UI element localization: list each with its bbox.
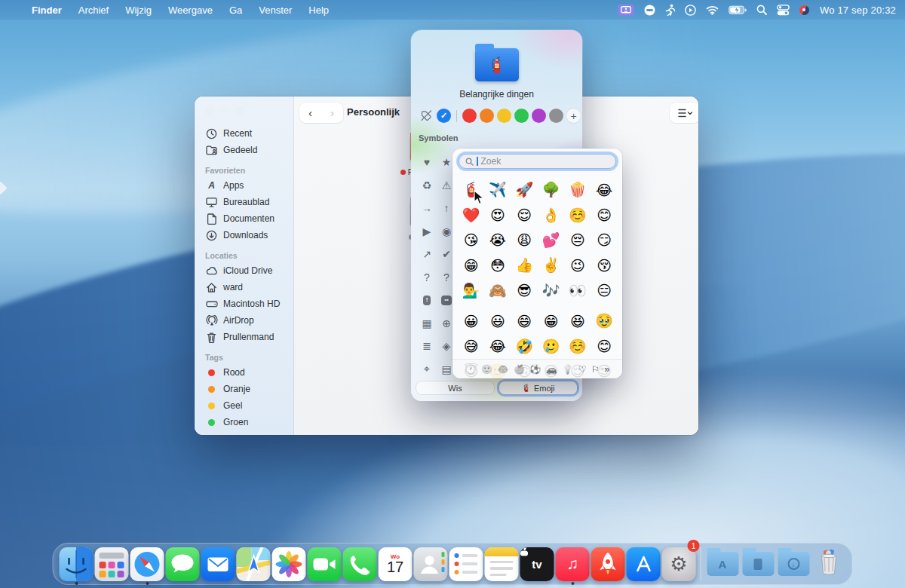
color-swatch-3[interactable] [497,109,511,123]
emoji-cell[interactable]: 🎶 [538,278,564,303]
symbol-heart-icon[interactable]: ♥ [417,151,437,174]
dock-launchpad-icon[interactable] [94,543,130,585]
emoji-cell[interactable]: 👀 [564,278,591,303]
clear-button[interactable]: Wis [416,381,494,394]
tag-remove-icon[interactable] [419,109,434,123]
sidebar-item-icloud-drive[interactable]: iCloud Drive [202,262,289,279]
emoji-cell[interactable]: 🍿 [564,177,591,202]
sidebar-item-downloads[interactable]: Downloads [202,227,289,243]
dock-appletv-icon[interactable]: tv [520,543,555,585]
menu-help[interactable]: Help [301,3,336,17]
symbol-compass-icon[interactable]: ⌖ [417,358,437,381]
emoji-cell[interactable]: 😃 [484,308,511,333]
emoji-cell[interactable]: 😳 [484,253,511,277]
color-swatch-5[interactable] [532,109,546,123]
symbol-sliders-icon[interactable]: ≣ [417,335,437,358]
emoji-cell[interactable]: 😊 [591,333,617,358]
symbol-recycle-icon[interactable]: ♻ [417,174,437,198]
emoji-cell[interactable]: ☺️ [564,333,591,358]
dock-notes-icon[interactable] [484,543,520,585]
symbol-question-icon[interactable]: ? [417,266,437,289]
symbol-send-icon[interactable]: ↗ [417,243,437,266]
color-swatch-selected[interactable]: ✓ [437,109,451,123]
symbol-exclamation-bubble-icon[interactable]: ! [417,289,437,312]
dock-trash-icon[interactable] [811,543,847,585]
dock-settings-icon[interactable]: ⚙1 [661,543,697,585]
menu-venster[interactable]: Venster [251,3,299,17]
dock-maps-icon[interactable] [236,543,272,585]
emoji-cell[interactable]: 💁‍♂️ [458,278,484,303]
emoji-cell[interactable]: ✈️ [484,177,511,202]
emoji-cell[interactable]: ✌️ [538,253,564,277]
emoji-cell[interactable]: 🚀 [511,177,538,202]
emoji-cell[interactable]: 😭 [484,228,511,253]
category-food-icon[interactable]: 🍏 [514,364,525,375]
playback-icon[interactable] [685,5,696,16]
dock-appstore-icon[interactable] [626,543,661,585]
dock-photos-icon[interactable] [272,543,307,585]
sidebar-item-apps[interactable]: AApps [202,177,289,194]
menu-archief[interactable]: Archief [71,3,116,17]
forward-button[interactable]: › [330,107,334,118]
menu-bar-clock[interactable]: Wo 17 sep 20:32 [820,5,896,16]
focus-icon[interactable] [644,5,655,16]
emoji-cell[interactable]: 🥹 [591,308,617,333]
emoji-cell[interactable]: 💕 [538,228,564,253]
sidebar-item-prullenmand[interactable]: Prullenmand [202,329,289,345]
dock-documents-folder[interactable] [741,543,776,585]
wifi-icon[interactable] [706,5,719,15]
symbol-grid-icon[interactable]: ▦ [417,312,437,335]
emoji-cell[interactable]: 😎 [511,278,538,303]
emoji-cell[interactable]: 😚 [591,253,617,277]
dock-reminders-icon[interactable] [449,543,484,585]
emoji-cell[interactable]: 🌳 [538,177,564,202]
dock-contacts-icon[interactable] [413,543,449,585]
app-indicator-icon[interactable] [799,5,809,15]
category-flags-icon[interactable]: ⚐ [591,364,600,375]
sidebar-item-rood[interactable]: Rood [202,364,289,381]
category-objects-icon[interactable]: 💡 [562,364,573,375]
color-swatch-6[interactable] [549,109,563,123]
back-button[interactable]: ‹ [308,107,312,118]
menu-wijzig[interactable]: Wijzig [118,3,159,17]
emoji-cell[interactable]: 😌 [511,202,538,227]
category-symbols-icon[interactable]: ♡ [578,364,587,375]
menu-weergave[interactable]: Weergave [161,3,220,17]
menu-finder[interactable]: Finder [24,3,69,17]
emoji-tab-button[interactable]: 🧯 Emoji [499,381,577,394]
dock-finder-icon[interactable] [59,543,94,585]
emoji-cell[interactable]: 😊 [591,202,617,227]
emoji-search-field[interactable]: Zoek [459,154,616,169]
symbol-play-icon[interactable]: ▶ [417,220,437,243]
dock-rocket-icon[interactable] [591,543,626,585]
emoji-cell[interactable]: 😄 [511,308,538,333]
emoji-cell[interactable]: 😂 [484,333,511,358]
emoji-cell[interactable]: 😆 [564,308,591,333]
emoji-cell[interactable]: 😍 [484,202,511,227]
category-activity-icon[interactable]: ⚽ [529,364,541,375]
emoji-cell[interactable]: 😘 [458,228,484,253]
screen-mirroring-icon[interactable] [618,5,634,16]
emoji-cell[interactable]: 😉 [564,253,591,277]
symbol-arrow-right-icon[interactable]: → [417,197,437,220]
emoji-cell[interactable]: 😅 [458,333,484,358]
emoji-cell[interactable]: 😑 [591,278,617,303]
emoji-cell[interactable]: ❤️ [458,202,484,227]
emoji-cell[interactable]: 🥲 [538,333,564,358]
add-color-button[interactable]: + [566,109,581,123]
emoji-cell[interactable]: ☺️ [564,202,591,227]
dock-messages-icon[interactable] [165,543,201,585]
category-more-icon[interactable]: » [604,363,609,375]
emoji-cell[interactable]: 😂 [591,177,617,202]
spotlight-icon[interactable] [756,5,767,15]
sidebar-item-gedeeld[interactable]: Gedeeld [202,142,289,158]
menu-ga[interactable]: Ga [222,3,250,17]
category-smileys-icon[interactable]: 🙂 [481,364,492,375]
sidebar-item-recent[interactable]: Recent [202,125,289,142]
control-center-icon[interactable] [777,5,790,16]
dock-safari-icon[interactable] [130,543,165,585]
emoji-cell[interactable]: 🙈 [484,278,511,303]
dock-facetime-icon[interactable] [307,543,342,585]
emoji-cell[interactable]: 👍 [511,253,538,277]
sidebar-item-ward[interactable]: ward [202,279,289,296]
